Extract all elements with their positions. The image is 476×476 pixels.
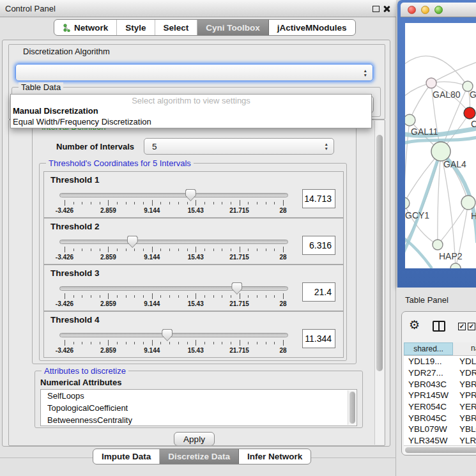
attributes-scrollbar-thumb[interactable] — [349, 392, 355, 424]
slider-track[interactable] — [59, 193, 288, 197]
table-row[interactable]: YBL079WYBL0 — [404, 424, 476, 435]
node-label-cy: CY — [471, 119, 476, 129]
table-row[interactable]: YER054CYER0 — [404, 401, 476, 413]
checkbox-checked-icon[interactable]: ✓ — [458, 323, 466, 330]
algorithm-option-manual-discretization[interactable]: Manual Discretization — [11, 105, 371, 116]
tab-impute-data[interactable]: Impute Data — [93, 449, 160, 464]
threshold-value-field-1[interactable]: 14.713 — [302, 189, 335, 208]
control-panel-titlebar[interactable]: Control Panel — [0, 0, 396, 17]
network-view-window[interactable]: GAL80GACYGAL11GAL4GCY1HHAP2 — [397, 0, 476, 288]
table-rows: YDL19...YDL1YDR27...YDR2YBR043CYBR0YPR14… — [404, 356, 476, 445]
attributes-group-title: Attributes to discretize — [42, 366, 128, 376]
slider-track[interactable] — [59, 240, 288, 244]
settings-scrollbar-thumb[interactable] — [376, 135, 383, 371]
threshold-slider-4[interactable]: -3.4262.8599.14415.4321.71528 — [59, 327, 288, 357]
network-node-gal80[interactable] — [426, 78, 436, 88]
close-traffic-light-icon[interactable] — [408, 6, 416, 14]
table-row[interactable]: YLR345WYLR3 — [404, 435, 476, 445]
table-cell[interactable]: YBL079W — [404, 424, 453, 434]
algorithm-option-equal-width-frequency-discretization[interactable]: Equal Width/Frequency Discretization — [11, 116, 371, 127]
network-node-h[interactable] — [461, 196, 475, 210]
threshold-slider-3[interactable]: -3.4262.8599.14415.4321.71528 — [59, 280, 288, 310]
table-cell[interactable]: YLR3 — [453, 436, 476, 445]
attributes-scrollbar[interactable] — [348, 390, 356, 425]
table-cell[interactable]: YDL1 — [453, 357, 476, 366]
table-cell[interactable]: YDR2 — [453, 368, 476, 378]
close-icon[interactable] — [383, 5, 390, 13]
tab-select[interactable]: Select — [155, 20, 198, 35]
table-column-header-1[interactable]: shared... — [404, 342, 453, 355]
threshold-panel-1: Threshold 1-3.4262.8599.14415.4321.71528… — [43, 171, 344, 218]
table-row[interactable]: YDR27...YDR2 — [404, 367, 476, 379]
network-node-gal4[interactable] — [431, 142, 450, 161]
tick-label: 2.859 — [100, 300, 116, 307]
threshold-value-field-3[interactable]: 21.4 — [302, 282, 335, 302]
table-cell[interactable]: YBL0 — [453, 424, 476, 434]
network-node-gcy1[interactable] — [405, 197, 410, 209]
node-label-ga: GA — [470, 89, 476, 100]
attribute-item-selfloops[interactable]: SelfLoops — [41, 390, 357, 402]
minimize-traffic-light-icon[interactable] — [421, 6, 429, 14]
tab-cyni-toolbox[interactable]: Cyni Toolbox — [197, 20, 269, 35]
table-cell[interactable]: YBR043C — [404, 380, 453, 389]
threshold-value-field-2[interactable]: 6.316 — [302, 236, 335, 255]
tab-style[interactable]: Style — [117, 20, 155, 35]
gear-icon[interactable]: ⚙ — [409, 318, 420, 332]
threshold-slider-1[interactable]: -3.4262.8599.14415.4321.71528 — [59, 187, 288, 217]
network-edge[interactable] — [438, 151, 441, 245]
table-cell[interactable]: YPR1 — [453, 390, 476, 400]
settings-scrollbar[interactable] — [374, 121, 384, 445]
algorithm-combobox[interactable]: ▲▼ — [15, 64, 373, 81]
table-column-header-2[interactable]: na — [453, 342, 476, 355]
table-cell[interactable]: YER054C — [404, 402, 453, 411]
zoom-traffic-light-icon[interactable] — [434, 6, 443, 14]
slider-track[interactable] — [59, 286, 288, 291]
tab-jactivemnodules[interactable]: jActiveMNodules — [269, 20, 355, 35]
table-cell[interactable]: YDL19... — [404, 357, 453, 366]
threshold-value-field-4[interactable]: 11.344 — [302, 329, 335, 348]
network-node-cy[interactable] — [464, 107, 475, 119]
network-edge[interactable] — [410, 83, 431, 120]
network-node[interactable] — [450, 263, 461, 268]
network-edge[interactable] — [431, 60, 476, 83]
table-hscrollbar[interactable] — [404, 445, 476, 454]
network-node-gal11[interactable] — [405, 114, 415, 126]
table-row[interactable]: YBR043CYBR0 — [404, 378, 476, 390]
network-node-hap2[interactable] — [433, 240, 443, 250]
table-row[interactable]: YBR045CYBR0 — [404, 412, 476, 424]
apply-button[interactable]: Apply — [174, 432, 215, 446]
network-window-titlebar[interactable] — [401, 3, 476, 17]
table-cell[interactable]: YLR345W — [404, 436, 453, 445]
interval-definition-group: Interval Definition Number of Intervals … — [32, 127, 357, 364]
table-cell[interactable]: YBR045C — [404, 413, 453, 423]
tab-network[interactable]: Network — [54, 20, 117, 35]
number-of-intervals-combobox[interactable]: 5 ▲▼ — [144, 138, 334, 155]
tab-style-label: Style — [125, 23, 146, 33]
table-cell[interactable]: YBR0 — [453, 380, 476, 389]
tab-discretize-data[interactable]: Discretize Data — [160, 449, 239, 464]
table-hscrollbar-thumb[interactable] — [405, 447, 476, 453]
split-view-icon[interactable] — [433, 321, 445, 332]
attribute-item-topologicalcoefficient[interactable]: TopologicalCoefficient — [41, 402, 357, 414]
table-cell[interactable]: YBR0 — [453, 413, 476, 423]
network-edge[interactable] — [438, 203, 468, 245]
table-cell[interactable]: YPR145W — [404, 390, 453, 400]
tab-infer-network[interactable]: Infer Network — [239, 449, 311, 464]
attributes-group: Attributes to discretize Numerical Attri… — [35, 371, 363, 428]
float-window-icon[interactable] — [372, 6, 380, 12]
attribute-item-betweennesscentrality[interactable]: BetweennessCentrality — [41, 414, 357, 426]
tab-jactivemnodules-label: jActiveMNodules — [277, 23, 347, 33]
slider-track[interactable] — [59, 333, 288, 337]
table-header-row: shared...na — [404, 342, 476, 356]
table-cell[interactable]: YDR27... — [404, 368, 453, 378]
settings-scroll-area: Interval Definition Number of Intervals … — [8, 119, 385, 446]
threshold-slider-2[interactable]: -3.4262.8599.14415.4321.71528 — [59, 234, 288, 263]
table-row[interactable]: YDL19...YDL1 — [404, 356, 476, 367]
table-cell[interactable]: YER0 — [453, 402, 476, 411]
network-canvas[interactable]: GAL80GACYGAL11GAL4GCY1HHAP2 — [405, 23, 476, 268]
tick-label: 21.715 — [229, 300, 249, 307]
checkbox-checked-icon[interactable]: ✓ — [468, 323, 475, 330]
table-row[interactable]: YPR145WYPR1 — [404, 390, 476, 401]
tick-label: 15.43 — [188, 254, 204, 261]
numerical-attributes-list[interactable]: SelfLoopsTopologicalCoefficientBetweenne… — [40, 389, 357, 426]
